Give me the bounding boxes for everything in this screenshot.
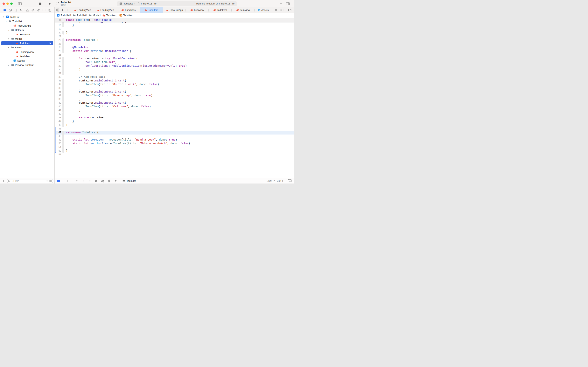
sidebar-item-label: Functions [20,33,31,36]
sidebar-item-preview-content[interactable]: ▸Preview Content [0,63,54,67]
minimize-window-button[interactable] [6,2,9,5]
sidebar-item-views[interactable]: ▾Views [0,45,54,50]
disclosure-down-icon[interactable]: ▾ [8,38,9,40]
pause-icon[interactable] [66,179,70,183]
breadcrumb-item-todolist[interactable]: TodoList [73,14,86,17]
sidebar-item-todolist[interactable]: ▾TodoList [0,15,54,19]
breadcrumb-separator: 〉 [86,13,89,17]
step-into-icon[interactable] [81,179,85,183]
project-navigator-icon[interactable] [3,8,7,12]
code-line: 18 } [55,24,294,27]
disclosure-right-icon[interactable]: ▸ [8,64,9,66]
sidebar-item-todolist[interactable]: ▾TodoList [0,19,54,24]
line-number: 48 [55,134,61,138]
code-line: 39 container.mainContext.insert( [55,101,294,105]
test-icon[interactable] [31,8,35,12]
stop-button[interactable] [37,1,43,6]
sticky-declaration-header[interactable]: 11class TodoItem: Identifiable { [55,18,294,22]
breadcrumb-item-todolist[interactable]: TodoList [57,14,70,17]
editor-options-icon[interactable] [280,8,284,12]
sidebar-item-helpers[interactable]: ▾Helpers [0,28,54,33]
sidebar-item-model[interactable]: ▾Model [0,37,54,41]
swift-icon [16,55,19,58]
folder-icon [73,14,76,17]
bookmark-icon[interactable] [14,8,18,12]
memory-graph-icon[interactable] [101,179,104,183]
simulate-location-icon[interactable] [113,179,117,183]
breadcrumb-item-todoitem[interactable]: TodoItem [102,14,116,17]
disclosure-down-icon[interactable]: ▾ [8,29,9,31]
recent-filter-icon[interactable] [46,180,48,182]
tab-assets[interactable]: Assets [254,7,272,13]
new-tab-button[interactable] [278,1,284,6]
sidebar-item-todoitem[interactable]: TodoItemM [0,41,54,45]
swift-file-icon [236,9,239,11]
breadcrumb-item-todoitem[interactable]: ExTodoItem [119,14,133,17]
step-out-icon[interactable] [88,179,92,183]
go-back-icon[interactable] [60,8,64,12]
filter-options-icon[interactable] [49,180,52,182]
breadcrumb-separator: 〉 [70,13,73,17]
sidebar-item-label: Helpers [15,29,24,32]
go-forward-icon[interactable] [65,8,69,12]
tab-todoitem[interactable]: TodoItem [209,7,232,13]
add-item-button[interactable] [1,179,5,183]
swift-icon [102,14,105,17]
scheme-selector[interactable]: TodoList 〉 iPhone 15 Pro Running TodoLis… [117,1,237,6]
swift-file-icon [190,9,193,11]
debug-icon[interactable] [37,8,41,12]
breakpoint-icon[interactable] [42,8,46,12]
tab-itemview[interactable]: ItemView [232,7,254,13]
run-button[interactable] [47,1,52,6]
close-window-button[interactable] [2,2,5,5]
code-line: 40 TodoItem(title: "Call mom", done: fal… [55,105,294,108]
toggle-left-sidebar-icon[interactable] [17,1,23,6]
breadcrumb-item-model[interactable]: Model [89,14,99,17]
running-process[interactable]: TodoList [123,180,136,183]
sidebar-item-assets[interactable]: Assets [0,58,54,63]
line-number: 39 [55,101,61,105]
tab-todoitem[interactable]: TodoItem [140,7,163,13]
search-icon[interactable] [20,8,24,12]
line-number: 34 [55,83,61,86]
environment-overrides-icon[interactable] [107,179,111,183]
line-number: 32 [55,75,61,79]
zoom-window-button[interactable] [10,2,13,5]
sidebar-item-landingview[interactable]: LandingView [0,50,54,54]
editor-display-icon[interactable] [288,179,292,183]
project-navigator: ▾TodoList▾TodoListTodoListApp▾HelpersFun… [0,13,55,178]
swift-icon [16,50,19,53]
source-control-icon[interactable] [8,8,12,12]
toggle-right-sidebar-icon[interactable] [285,1,291,6]
line-number: 50 [55,142,61,145]
line-number: 22 [55,38,61,42]
breakpoints-toggle-icon[interactable] [57,179,60,183]
tab-overview-icon[interactable] [56,8,60,12]
sidebar-item-todolistapp[interactable]: TodoListApp [0,24,54,28]
tab-todolistapp[interactable]: TodoListApp [163,7,186,13]
issue-icon[interactable] [25,8,29,12]
sidebar-item-itemview[interactable]: ItemView [0,54,54,59]
code-line: 21 [55,35,294,38]
report-icon[interactable] [48,8,52,12]
sidebar-item-label: Assets [17,59,25,62]
line-number: 33 [55,79,61,83]
code-editor[interactable]: 17 init(title: String, done: Bool) {18 }… [55,18,294,178]
disclosure-down-icon[interactable]: ▾ [3,16,4,18]
filter-input[interactable]: Filter [7,179,53,183]
sidebar-item-functions[interactable]: Functions [0,32,54,37]
add-editor-icon[interactable] [288,8,292,12]
tab-functions[interactable]: Functions [117,7,140,13]
step-over-icon[interactable] [75,179,79,183]
line-number: 44 [55,120,61,123]
tab-label: TodoListApp [169,9,183,11]
tab-landingview[interactable]: LandingView [71,7,94,13]
line-number: 51 [55,145,61,149]
line-number: 20 [55,31,61,35]
tab-itemview[interactable]: ItemView [186,7,209,13]
tab-landingview[interactable]: LandingView [94,7,117,13]
disclosure-down-icon[interactable]: ▾ [8,46,9,49]
code-review-icon[interactable] [274,8,278,12]
disclosure-down-icon[interactable]: ▾ [6,20,7,22]
view-hierarchy-icon[interactable] [94,179,98,183]
